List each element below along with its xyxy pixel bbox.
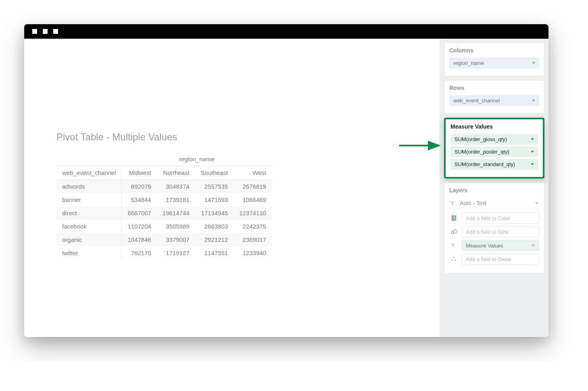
- table-row: twitter 762170 1719127 1147551 1233940: [56, 246, 272, 260]
- pill-label: region_name: [453, 60, 484, 66]
- main-content: Pivot Table - Multiple Values region_nam…: [24, 39, 440, 337]
- cell: 19614744: [157, 206, 195, 220]
- chevron-down-icon: [531, 138, 534, 140]
- cell: 2921212: [195, 233, 234, 246]
- row-label: direct: [56, 206, 122, 220]
- pill-label: web_event_channel: [453, 98, 500, 104]
- chevron-down-icon: [532, 100, 535, 102]
- text-icon: T: [449, 242, 458, 249]
- size-shelf-input[interactable]: [461, 226, 539, 237]
- row-label: banner: [56, 193, 122, 206]
- cell: 1066469: [234, 193, 272, 206]
- svg-point-5: [453, 257, 454, 258]
- table-row: direct 6687007 19614744 17134945 1237411…: [56, 206, 272, 220]
- cell: 1107204: [122, 220, 157, 233]
- table-row: banner 534844 1739181 1471693 1066469: [56, 193, 272, 206]
- pill-label: SUM(order_standard_qty): [455, 161, 515, 167]
- cell: 2676819: [234, 180, 272, 193]
- cell: 12374110: [234, 206, 272, 220]
- cell: 3505989: [157, 220, 195, 233]
- columns-shelf: Columns region_name: [444, 43, 544, 76]
- row-label: adwords: [56, 180, 122, 193]
- cell: 17134945: [195, 206, 234, 220]
- color-icon: [449, 215, 458, 221]
- pill-label: SUM(order_poster_qty): [455, 149, 509, 155]
- cell: 2369017: [234, 233, 272, 246]
- layers-heading: Layers: [449, 187, 539, 193]
- measure-pill-standard[interactable]: SUM(order_standard_qty): [450, 159, 538, 170]
- measure-values-shelf: Measure Values SUM(order_gloss_qty) SUM(…: [444, 118, 544, 179]
- cell: 3379007: [157, 233, 195, 246]
- window-control[interactable]: [53, 29, 58, 34]
- row-label: organic: [56, 233, 122, 246]
- column-header: West: [234, 166, 272, 180]
- columns-heading: Columns: [449, 47, 539, 54]
- rows-pill-web-event-channel[interactable]: web_event_channel: [449, 95, 539, 106]
- measure-values-heading: Measure Values: [450, 123, 538, 130]
- measure-pill-gloss[interactable]: SUM(order_gloss_qty): [450, 134, 538, 145]
- chevron-down-icon: [531, 163, 534, 165]
- cell: 534844: [122, 193, 157, 206]
- svg-point-6: [452, 260, 453, 261]
- column-group-header: region_name: [122, 152, 272, 166]
- table-row: adwords 892079 3048374 2557535 2676819: [56, 180, 272, 193]
- detail-shelf-input[interactable]: [461, 254, 539, 265]
- detail-icon: [449, 256, 458, 262]
- window-control[interactable]: [32, 29, 37, 34]
- layers-shelf: Layers T Auto - Text: [444, 183, 544, 273]
- cell: 1739181: [157, 193, 195, 206]
- cell: 6687007: [122, 206, 157, 220]
- cell: 1719127: [157, 246, 195, 260]
- pivot-table: region_name web_event_channel Midwest No…: [56, 152, 272, 260]
- svg-point-3: [453, 230, 457, 233]
- svg-point-7: [455, 260, 456, 261]
- size-icon: [449, 229, 458, 235]
- chevron-down-icon: [531, 151, 534, 153]
- cell: 1233940: [234, 246, 272, 260]
- table-row: organic 1047846 3379007 2921212 2369017: [56, 233, 272, 246]
- chevron-down-icon: [535, 202, 538, 204]
- row-label: facebook: [56, 220, 122, 233]
- rows-heading: Rows: [449, 85, 539, 91]
- color-shelf-input[interactable]: [461, 212, 539, 224]
- chevron-down-icon: [532, 62, 535, 64]
- window-titlebar: [24, 24, 548, 39]
- pill-label: Measure Values: [466, 243, 503, 249]
- table-row: facebook 1107204 3505989 2663803 2242375: [56, 220, 272, 233]
- app-window: Pivot Table - Multiple Values region_nam…: [24, 24, 548, 337]
- column-header: Northeast: [157, 166, 195, 180]
- cell: 762170: [122, 246, 157, 260]
- column-header: Southeast: [195, 166, 234, 180]
- rows-shelf: Rows web_event_channel: [444, 80, 544, 114]
- measure-pill-poster[interactable]: SUM(order_poster_qty): [450, 146, 538, 157]
- configuration-panel: Columns region_name Rows web_event_chann…: [440, 39, 548, 337]
- cell: 1147551: [195, 246, 234, 260]
- layer-type-selector[interactable]: T Auto - Text: [449, 198, 539, 209]
- cell: 2242375: [234, 220, 272, 233]
- cell: 2557535: [195, 180, 234, 193]
- cell: 3048374: [157, 180, 195, 193]
- text-icon: T: [450, 200, 457, 206]
- column-header: Midwest: [122, 166, 157, 180]
- columns-pill-region-name[interactable]: region_name: [449, 58, 539, 69]
- cell: 892079: [122, 180, 157, 193]
- row-label: twitter: [56, 246, 122, 260]
- cell: 1047846: [122, 233, 157, 246]
- window-control[interactable]: [43, 29, 48, 34]
- svg-text:T: T: [451, 200, 454, 206]
- svg-text:T: T: [451, 242, 455, 248]
- text-shelf-pill[interactable]: Measure Values: [461, 240, 539, 251]
- row-dimension-header: web_event_channel: [56, 166, 122, 180]
- visualization-title: Pivot Table - Multiple Values: [56, 131, 423, 143]
- annotation-arrow-icon: [397, 137, 442, 154]
- cell: 2663803: [195, 220, 234, 233]
- chevron-down-icon: [532, 245, 535, 247]
- pill-label: SUM(order_gloss_qty): [455, 136, 507, 142]
- layer-type-label: Auto - Text: [460, 200, 487, 206]
- cell: 1471693: [195, 193, 234, 206]
